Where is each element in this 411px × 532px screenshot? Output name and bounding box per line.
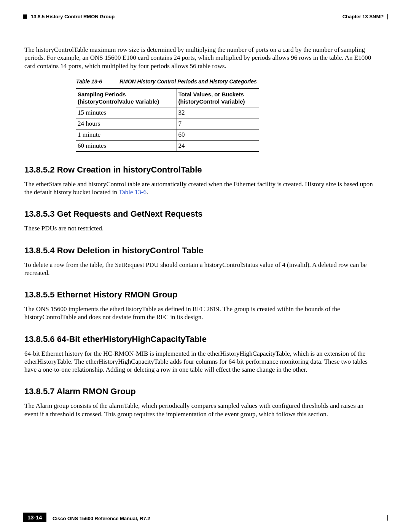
bar-icon — [387, 515, 388, 521]
para-alarm-rmon: The Alarm group consists of the alarmTab… — [24, 402, 373, 418]
header-left: 13.8.5 History Control RMON Group — [23, 14, 388, 19]
page-footer: Cisco ONS 15600 Reference Manual, R7.2 1… — [23, 514, 388, 521]
page-number-wrap: 13-14 — [23, 513, 46, 522]
table-number: Table 13-6 — [76, 78, 118, 85]
heading-ethernet-history: 13.8.5.5 Ethernet History RMON Group — [24, 290, 373, 300]
col-header-line: (historyControlValue Variable) — [78, 98, 159, 105]
header-section-title: 13.8.5 History Control RMON Group — [31, 14, 115, 19]
heading-64bit-highcapacity: 13.8.5.6 64-Bit etherHistoryHighCapacity… — [24, 334, 373, 344]
table-row: 24 hours 7 — [76, 118, 259, 129]
col-header-line: Total Values, or Buckets — [178, 91, 244, 97]
col-header-total-values: Total Values, or Buckets (historyControl… — [177, 89, 259, 107]
heading-get-requests: 13.8.5.3 Get Requests and GetNext Reques… — [24, 209, 373, 219]
cell-period: 15 minutes — [76, 107, 177, 118]
footer-manual-title: Cisco ONS 15600 Reference Manual, R7.2 — [53, 516, 388, 521]
col-header-sampling-periods: Sampling Periods (historyControlValue Va… — [76, 89, 177, 107]
intro-paragraph: The historyControlTable maximum row size… — [24, 46, 373, 70]
table-title: RMON History Control Periods and History… — [119, 78, 257, 85]
square-icon — [23, 14, 27, 19]
table-row: 60 minutes 24 — [76, 140, 259, 152]
heading-row-creation: 13.8.5.2 Row Creation in historyControlT… — [24, 165, 373, 175]
cell-value: 7 — [177, 118, 259, 129]
table-row: 15 minutes 32 — [76, 107, 259, 118]
para-row-creation: The etherStats table and historyControl … — [24, 180, 373, 197]
rmon-history-table: Sampling Periods (historyControlValue Va… — [76, 88, 259, 152]
content-area: The historyControlTable maximum row size… — [24, 46, 373, 425]
cell-period: 60 minutes — [76, 140, 177, 152]
page-number: 13-14 — [23, 513, 46, 522]
page-header: 13.8.5 History Control RMON Group Chapte… — [23, 14, 388, 23]
para-64bit-highcapacity: 64-bit Ethernet history for the HC-RMON-… — [24, 350, 373, 374]
text: The etherStats table and historyControl … — [24, 181, 373, 196]
cell-value: 24 — [177, 140, 259, 152]
para-get-requests: These PDUs are not restricted. — [24, 224, 373, 232]
cell-value: 32 — [177, 107, 259, 118]
heading-alarm-rmon: 13.8.5.7 Alarm RMON Group — [24, 387, 373, 396]
para-row-deletion: To delete a row from the table, the SetR… — [24, 261, 373, 277]
col-header-line: (historyControl Variable) — [178, 98, 245, 105]
cell-value: 60 — [177, 129, 259, 140]
table-header-row: Sampling Periods (historyControlValue Va… — [76, 89, 259, 107]
bar-icon — [387, 14, 388, 19]
header-right: Chapter 13 SNMP — [342, 14, 388, 19]
para-ethernet-history: The ONS 15600 implements the etherHistor… — [24, 305, 373, 321]
header-chapter-title: Chapter 13 SNMP — [342, 14, 384, 19]
link-table-13-6[interactable]: Table 13-6 — [119, 189, 147, 196]
heading-row-deletion: 13.8.5.4 Row Deletion in historyControl … — [24, 246, 373, 256]
table-caption: Table 13-6 RMON History Control Periods … — [76, 78, 373, 85]
table-row: 1 minute 60 — [76, 129, 259, 140]
footer-rule — [53, 514, 388, 514]
text: . — [147, 189, 148, 196]
cell-period: 1 minute — [76, 129, 177, 140]
col-header-line: Sampling Periods — [78, 91, 126, 97]
cell-period: 24 hours — [76, 118, 177, 129]
